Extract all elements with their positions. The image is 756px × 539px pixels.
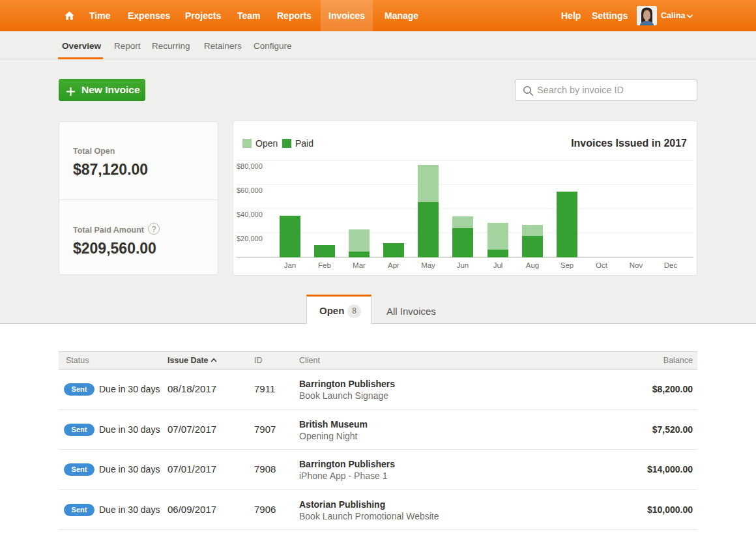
svg-text:Oct: Oct: [596, 261, 608, 269]
svg-text:$60,000: $60,000: [237, 186, 263, 194]
svg-text:Sep: Sep: [560, 261, 574, 269]
svg-text:Paid: Paid: [295, 138, 313, 149]
svg-text:$20,000: $20,000: [237, 235, 263, 242]
svg-text:$80,000: $80,000: [237, 162, 263, 170]
svg-text:Jul: Jul: [493, 261, 503, 269]
svg-text:Aug: Aug: [526, 261, 539, 269]
svg-text:Dec: Dec: [664, 261, 678, 269]
svg-text:Invoices Issued in 2017: Invoices Issued in 2017: [571, 138, 687, 149]
svg-text:$40,000: $40,000: [237, 211, 263, 218]
svg-text:Mar: Mar: [353, 261, 366, 269]
svg-text:Jun: Jun: [457, 261, 469, 269]
svg-text:Apr: Apr: [388, 261, 400, 269]
svg-text:Feb: Feb: [318, 261, 331, 269]
svg-text:Nov: Nov: [630, 261, 643, 269]
svg-text:May: May: [421, 261, 435, 269]
svg-text:Jan: Jan: [284, 261, 297, 269]
svg-text:Open: Open: [255, 138, 278, 149]
